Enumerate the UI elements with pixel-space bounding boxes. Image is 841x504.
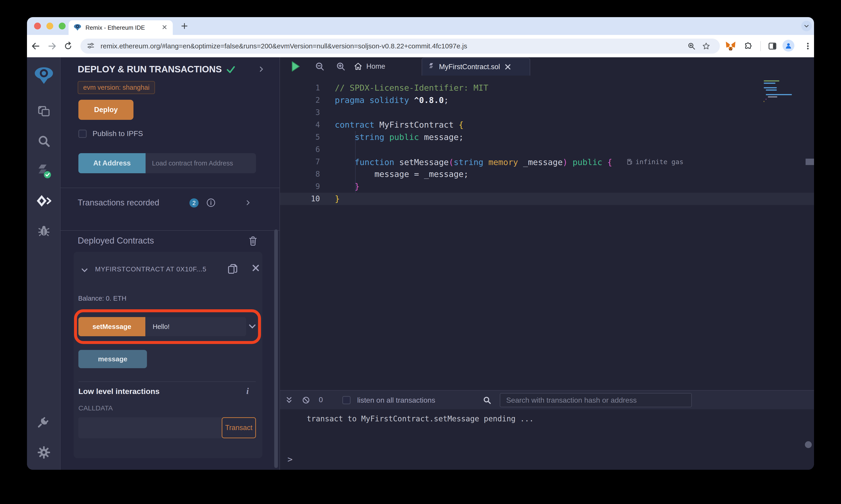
code-line[interactable]: 7 function setMessage(string memory _mes… — [280, 156, 814, 168]
evm-version-badge: evm version: shanghai — [78, 81, 155, 94]
plugin-manager-icon[interactable] — [27, 415, 61, 429]
reload-icon[interactable] — [63, 41, 73, 51]
tab-myfirstcontract[interactable]: MyFirstContract.sol — [422, 58, 530, 75]
new-tab-button[interactable] — [179, 20, 190, 32]
browser-menu-icon[interactable] — [803, 41, 813, 51]
expand-terminal-icon[interactable] — [284, 395, 294, 405]
at-address-input[interactable] — [145, 153, 256, 173]
deploy-and-run-icon[interactable] — [27, 194, 61, 208]
tab-search-chevron-icon[interactable] — [801, 21, 812, 31]
site-settings-icon[interactable] — [86, 41, 95, 51]
remove-contract-icon[interactable] — [252, 264, 260, 273]
calldata-input[interactable] — [79, 417, 222, 438]
close-file-icon[interactable] — [504, 63, 512, 71]
tab-close-icon[interactable] — [161, 24, 168, 31]
metamask-extension-icon[interactable] — [725, 41, 736, 51]
home-tab-label: Home — [366, 62, 385, 71]
code-lines: 1// SPDX-License-Identifier: MIT2pragma … — [280, 82, 814, 205]
editor-minimap[interactable] — [764, 80, 796, 103]
code-line[interactable]: 9 } — [280, 180, 814, 193]
terminal-search-input[interactable] — [500, 393, 692, 407]
close-window-button[interactable] — [34, 23, 41, 30]
listen-transactions-label: listen on all transactions — [357, 396, 435, 404]
browser-tab[interactable]: Remix - Ethereum IDE — [69, 20, 173, 35]
minimize-window-button[interactable] — [46, 23, 53, 30]
back-icon[interactable] — [31, 41, 41, 51]
tab-home[interactable]: Home — [354, 57, 385, 75]
code-line[interactable]: 1// SPDX-License-Identifier: MIT — [280, 82, 814, 94]
gas-pump-icon — [627, 159, 633, 165]
code-editor[interactable]: 1// SPDX-License-Identifier: MIT2pragma … — [280, 75, 814, 390]
copy-address-icon[interactable] — [227, 263, 238, 276]
remix-app: DEPLOY & RUN TRANSACTIONS evm version: s… — [27, 57, 814, 470]
code-line[interactable]: 2pragma solidity ^0.8.0; — [280, 94, 814, 106]
extensions-puzzle-icon[interactable] — [743, 41, 753, 51]
info-icon[interactable] — [206, 198, 216, 209]
deploy-button[interactable]: Deploy — [79, 100, 134, 120]
at-address-row: At Address — [79, 153, 256, 173]
panel-collapse-chevron-icon[interactable] — [258, 66, 265, 74]
listen-transactions-checkbox[interactable] — [342, 396, 350, 404]
publish-ipfs-checkbox[interactable] — [79, 130, 87, 138]
search-icon[interactable] — [27, 134, 61, 148]
profile-avatar[interactable] — [783, 40, 794, 52]
remix-logo-icon[interactable] — [27, 66, 61, 85]
terminal-search-icon — [482, 395, 492, 405]
file-explorer-icon[interactable] — [27, 104, 61, 118]
contract-card-header[interactable]: MYFIRSTCONTRACT AT 0X10F...5 — [73, 265, 262, 276]
terminal-log[interactable]: transact to MyFirstContract.setMessage p… — [280, 409, 814, 470]
code-line[interactable]: 10} — [280, 193, 814, 205]
gas-annotation: infinite gas — [636, 156, 684, 168]
settings-gear-icon[interactable] — [27, 445, 61, 460]
calldata-label: CALLDATA — [79, 404, 113, 412]
terminal-resize-handle[interactable] — [805, 441, 812, 448]
icon-panel — [27, 57, 61, 470]
home-icon — [354, 62, 363, 71]
low-level-info-icon[interactable]: i — [246, 386, 249, 396]
at-address-button[interactable]: At Address — [79, 153, 145, 173]
check-icon — [226, 65, 236, 74]
browser-tabstrip: Remix - Ethereum IDE — [27, 17, 814, 35]
terminal-prompt: > — [288, 454, 293, 464]
panel-title: DEPLOY & RUN TRANSACTIONS — [78, 64, 236, 74]
transactions-recorded-row: Transactions recorded 2 — [78, 198, 266, 209]
clear-contracts-trash-icon[interactable] — [248, 236, 258, 247]
code-line[interactable]: 3 — [280, 106, 814, 119]
code-line[interactable]: 6 — [280, 143, 814, 156]
editor-scrollbar[interactable] — [806, 159, 814, 165]
contract-name: MYFIRSTCONTRACT AT 0X10F...5 — [95, 266, 223, 273]
message-getter-button[interactable]: message — [79, 350, 147, 368]
bookmark-star-icon[interactable] — [701, 41, 711, 51]
url-text[interactable]: remix.ethereum.org/#lang=en&optimize=fal… — [101, 42, 467, 50]
tab-title: Remix - Ethereum IDE — [85, 24, 145, 31]
remix-favicon — [73, 23, 81, 32]
code-line[interactable]: 4contract MyFirstContract { — [280, 119, 814, 131]
transactions-count-badge: 2 — [189, 198, 199, 208]
debugger-icon[interactable] — [27, 224, 61, 237]
address-bar[interactable]: remix.ethereum.org/#lang=en&optimize=fal… — [81, 39, 720, 54]
run-script-icon[interactable] — [290, 61, 301, 72]
solidity-compiler-icon[interactable] — [27, 164, 61, 179]
panel-title-text: DEPLOY & RUN TRANSACTIONS — [78, 64, 222, 74]
low-level-title: Low level interactions — [79, 387, 159, 396]
transact-button[interactable]: Transact — [222, 417, 256, 438]
code-line[interactable]: 8 message = _message; — [280, 168, 814, 180]
transactions-expand-chevron-icon[interactable] — [244, 199, 252, 207]
clear-console-icon[interactable] — [301, 395, 311, 405]
zoom-out-icon[interactable] — [314, 61, 325, 72]
side-panel-icon[interactable] — [768, 41, 777, 51]
zoom-page-icon[interactable] — [687, 41, 697, 51]
contract-expand-chevron-icon[interactable] — [81, 266, 89, 275]
zoom-in-icon[interactable] — [335, 61, 346, 72]
deployed-contracts-heading: Deployed Contracts — [78, 236, 154, 246]
toolbar-separator — [760, 41, 761, 51]
publish-ipfs-label: Publish to IPFS — [92, 129, 143, 138]
code-line[interactable]: 5 string public message; — [280, 131, 814, 143]
forward-icon[interactable] — [47, 41, 57, 51]
panel-scrollbar[interactable] — [274, 229, 278, 468]
file-tab-label: MyFirstContract.sol — [439, 63, 500, 71]
maximize-window-button[interactable] — [59, 23, 66, 30]
deploy-run-panel: DEPLOY & RUN TRANSACTIONS evm version: s… — [61, 57, 280, 470]
calldata-row: Transact — [79, 417, 256, 438]
browser-window: Remix - Ethereum IDE — [27, 17, 814, 470]
